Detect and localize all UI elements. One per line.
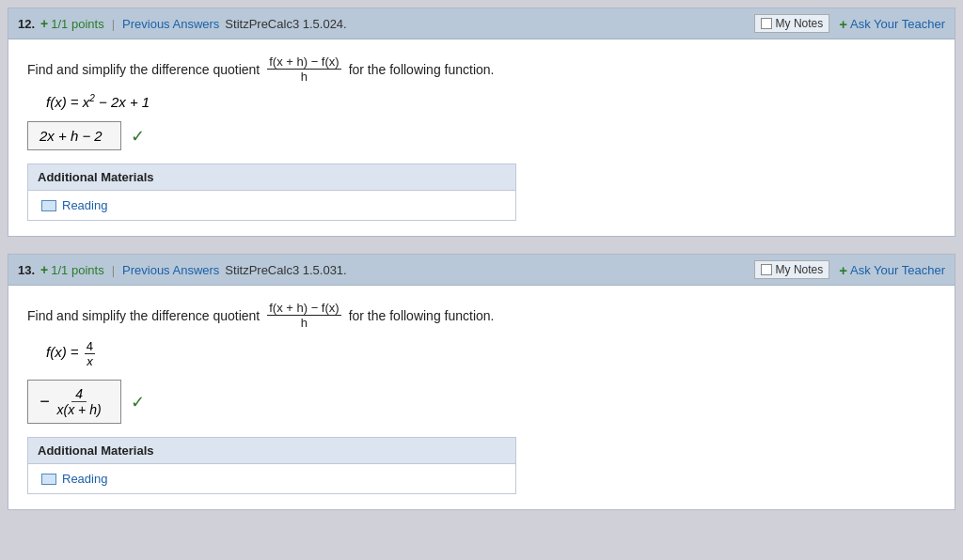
question-header-13: 13. + 1/1 points | Previous Answers Stit… bbox=[8, 255, 955, 286]
separator-13: | bbox=[112, 263, 115, 277]
fraction-denominator-12: h bbox=[299, 70, 309, 84]
check-icon-13: ✓ bbox=[131, 392, 145, 412]
difference-quotient-fraction-12: f(x + h) − f(x) h bbox=[267, 54, 340, 84]
add-mat-header-12: Additional Materials bbox=[28, 164, 515, 191]
course-code-13: StitzPreCalc3 1.5.031. bbox=[225, 263, 346, 277]
header-right-12: My Notes + Ask Your Teacher bbox=[754, 14, 945, 33]
neg-sign-13: − bbox=[39, 392, 50, 412]
answer-box-container-12: 2x + h − 2 ✓ bbox=[27, 121, 936, 150]
answer-box-container-13: − 4 x(x + h) ✓ bbox=[27, 380, 936, 424]
reading-icon-12 bbox=[41, 200, 56, 211]
ask-plus-icon-12: + bbox=[839, 16, 847, 32]
add-mat-body-13: Reading bbox=[28, 464, 515, 493]
answer-box-13: − 4 x(x + h) bbox=[27, 380, 121, 424]
additional-materials-container-12: Additional Materials Reading bbox=[27, 163, 516, 221]
difference-quotient-fraction-13: f(x + h) − f(x) h bbox=[267, 301, 340, 330]
func-frac-num-13: 4 bbox=[85, 339, 95, 354]
question-body-12: Find and simplify the difference quotien… bbox=[8, 39, 955, 236]
reading-icon-13 bbox=[41, 474, 56, 485]
check-icon-12: ✓ bbox=[131, 126, 145, 147]
fraction-numerator-12: f(x + h) − f(x) bbox=[267, 54, 340, 70]
my-notes-button-12[interactable]: My Notes bbox=[754, 14, 830, 33]
ask-teacher-button-13[interactable]: + Ask Your Teacher bbox=[839, 262, 945, 278]
function-def-12: f(x) = x2 − 2x + 1 bbox=[46, 93, 936, 110]
ask-teacher-button-12[interactable]: + Ask Your Teacher bbox=[839, 16, 945, 32]
answer-fraction-13: 4 x(x + h) bbox=[54, 386, 105, 417]
my-notes-button-13[interactable]: My Notes bbox=[754, 260, 830, 279]
question-intro-12: Find and simplify the difference quotien… bbox=[27, 62, 260, 77]
question-number-12: 12. bbox=[18, 17, 35, 31]
points-text-12: 1/1 points bbox=[51, 17, 103, 31]
points-text-13: 1/1 points bbox=[51, 263, 103, 277]
function-def-13: f(x) = 4 x bbox=[46, 339, 936, 368]
my-notes-label-12: My Notes bbox=[776, 17, 824, 30]
fraction-numerator-13: f(x + h) − f(x) bbox=[267, 301, 340, 316]
question-block-12: 12. + 1/1 points | Previous Answers Stit… bbox=[8, 8, 955, 237]
question-suffix-12: for the following function. bbox=[349, 62, 495, 77]
func-frac-den-13: x bbox=[85, 354, 95, 368]
answer-box-12: 2x + h − 2 bbox=[27, 121, 121, 150]
additional-materials-container-13: Additional Materials Reading bbox=[27, 437, 516, 494]
add-mat-header-13: Additional Materials bbox=[28, 438, 515, 464]
prev-answers-link-13[interactable]: Previous Answers bbox=[122, 263, 219, 277]
ask-plus-icon-13: + bbox=[839, 262, 847, 278]
my-notes-label-13: My Notes bbox=[776, 263, 824, 276]
reading-link-12[interactable]: Reading bbox=[41, 198, 502, 212]
header-right-13: My Notes + Ask Your Teacher bbox=[754, 260, 945, 279]
additional-materials-13: Additional Materials Reading bbox=[27, 437, 516, 494]
header-left-12: 12. + 1/1 points | Previous Answers Stit… bbox=[18, 16, 347, 31]
ask-teacher-label-12: Ask Your Teacher bbox=[850, 17, 945, 31]
notes-checkbox-13 bbox=[761, 264, 772, 275]
reading-label-13: Reading bbox=[62, 472, 107, 486]
fraction-denominator-13: h bbox=[299, 316, 309, 330]
function-fraction-13: 4 x bbox=[85, 339, 95, 368]
ask-teacher-label-13: Ask Your Teacher bbox=[850, 263, 945, 277]
plus-icon-12: + bbox=[40, 16, 48, 31]
answer-content-13: − 4 x(x + h) bbox=[39, 386, 105, 417]
question-block-13: 13. + 1/1 points | Previous Answers Stit… bbox=[8, 254, 955, 510]
additional-materials-12: Additional Materials Reading bbox=[27, 163, 516, 221]
points-badge-12: + 1/1 points bbox=[40, 16, 104, 31]
header-left-13: 13. + 1/1 points | Previous Answers Stit… bbox=[18, 262, 347, 277]
question-text-12: Find and simplify the difference quotien… bbox=[27, 54, 936, 84]
points-badge-13: + 1/1 points bbox=[40, 262, 104, 277]
page-wrapper: 12. + 1/1 points | Previous Answers Stit… bbox=[0, 0, 963, 560]
question-text-13: Find and simplify the difference quotien… bbox=[27, 301, 936, 330]
question-intro-13: Find and simplify the difference quotien… bbox=[27, 308, 260, 323]
separator-12: | bbox=[112, 17, 115, 31]
question-suffix-13: for the following function. bbox=[349, 308, 495, 323]
answer-frac-num-13: 4 bbox=[71, 386, 87, 402]
question-header-12: 12. + 1/1 points | Previous Answers Stit… bbox=[8, 8, 955, 39]
prev-answers-link-12[interactable]: Previous Answers bbox=[122, 17, 219, 31]
answer-frac-den-13: x(x + h) bbox=[54, 402, 105, 417]
plus-icon-13: + bbox=[40, 262, 48, 277]
question-number-13: 13. bbox=[18, 263, 35, 277]
notes-checkbox-12 bbox=[761, 18, 772, 29]
add-mat-body-12: Reading bbox=[28, 191, 515, 220]
question-body-13: Find and simplify the difference quotien… bbox=[8, 286, 955, 509]
reading-label-12: Reading bbox=[62, 198, 107, 212]
reading-link-13[interactable]: Reading bbox=[41, 472, 502, 486]
course-code-12: StitzPreCalc3 1.5.024. bbox=[225, 17, 346, 31]
